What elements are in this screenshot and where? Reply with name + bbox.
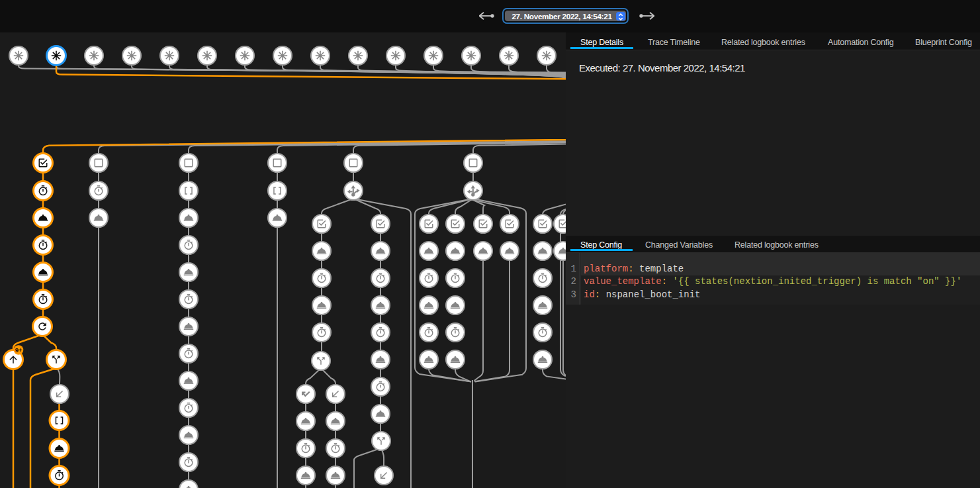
svg-text:9+: 9+ <box>15 346 22 354</box>
